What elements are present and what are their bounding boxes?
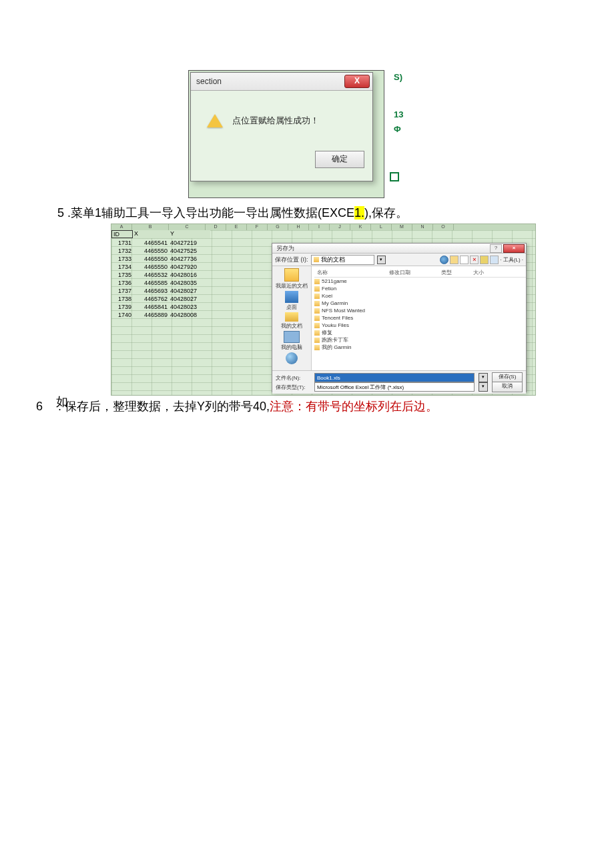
message-dialog: section X 点位置赋给属性成功！ 确定	[190, 72, 373, 181]
cell-id: 1733	[111, 255, 133, 263]
cell-id: 1731	[111, 239, 133, 247]
delete-icon[interactable]: ×	[470, 256, 479, 264]
table-row: 1733446555040427736	[111, 255, 210, 263]
list-item[interactable]: Fetion	[314, 285, 526, 292]
cell-id: 1735	[111, 271, 133, 279]
location-label: 保存位置 (I):	[275, 256, 308, 264]
annotation-s: S)	[394, 72, 402, 82]
cell-y: 40427920	[169, 263, 210, 271]
step-number: 5	[57, 206, 64, 220]
cell-id: 1736	[111, 279, 133, 287]
header-row: ID X Y	[111, 230, 210, 238]
col-type[interactable]: 类型	[438, 268, 471, 277]
chevron-down-icon[interactable]: ▾	[377, 256, 386, 264]
col-x: X	[133, 230, 168, 238]
annotation-phi: Φ	[394, 124, 401, 134]
cell-id: 1739	[111, 303, 133, 311]
step-number: 6	[36, 400, 55, 414]
folder-icon	[314, 330, 320, 336]
cell-y: 40427219	[169, 239, 210, 247]
list-item[interactable]: 5211game	[314, 278, 526, 285]
tools-menu[interactable]: · 工具(L) ·	[500, 256, 523, 264]
col-id: ID	[111, 230, 133, 238]
table-row: 1731446554140427219	[111, 239, 210, 247]
cell-x: 4465532	[133, 271, 169, 279]
col-name[interactable]: 名称	[314, 268, 386, 277]
list-item[interactable]: 跑跑卡丁车	[314, 336, 526, 344]
chevron-down-icon[interactable]: ▾	[479, 373, 488, 382]
cell-y: 40428008	[169, 311, 210, 319]
highlight: 1.	[354, 206, 364, 220]
search-icon[interactable]	[460, 256, 469, 264]
table-row: 1740446588940428008	[111, 311, 210, 319]
table-row: 1734446555040427920	[111, 263, 210, 271]
cell-y: 40427736	[169, 255, 210, 263]
col-date[interactable]: 修改日期	[386, 268, 438, 277]
list-item[interactable]: My Garmin	[314, 300, 526, 307]
location-combo[interactable]: 我的文档	[311, 255, 374, 265]
table-row: 1739446584140428023	[111, 303, 210, 311]
views-icon[interactable]	[490, 256, 499, 264]
dialog-title: section	[196, 77, 222, 86]
table-row: 1737446569340428027	[111, 287, 210, 295]
close-icon[interactable]: X	[344, 75, 370, 88]
up-folder-icon[interactable]	[450, 256, 458, 264]
cell-id: 1737	[111, 287, 133, 295]
globe-icon[interactable]	[440, 256, 448, 264]
shortcut-recent[interactable]: 我最近的文档	[276, 268, 308, 290]
cell-x: 4465550	[133, 247, 169, 255]
folder-icon	[314, 323, 320, 328]
dialog-titlebar: section X	[191, 73, 372, 91]
text-ru: 如	[56, 394, 68, 410]
cell-y: 40428027	[169, 287, 210, 295]
list-item[interactable]: 修复	[314, 329, 526, 336]
list-item[interactable]: Koei	[314, 292, 526, 300]
shortcut-mydocs[interactable]: 我的文档	[281, 312, 302, 330]
list-item[interactable]: Tencent Files	[314, 314, 526, 322]
shortcut-desktop[interactable]: 桌面	[285, 291, 298, 311]
cell-x: 4465541	[133, 239, 169, 247]
cell-x: 4465762	[133, 295, 169, 303]
folder-icon	[314, 338, 320, 343]
file-list-header: 名称 修改日期 类型 大小	[314, 268, 526, 278]
list-item[interactable]: NFS Most Wanted	[314, 307, 526, 314]
folder-icon	[314, 301, 320, 306]
network-icon	[286, 352, 298, 364]
save-location-row: 保存位置 (I): 我的文档 ▾ × · 工具(L) ·	[272, 254, 526, 266]
saveas-titlebar: 另存为 ? ×	[272, 244, 526, 254]
table-row: 1732446555040427525	[111, 247, 210, 255]
cell-x: 4465889	[133, 311, 169, 319]
places-bar: 我最近的文档 桌面 我的文档 我的电脑	[272, 266, 312, 370]
shortcut-network[interactable]	[286, 352, 298, 365]
cell-y: 40427525	[169, 247, 210, 255]
table-row: 1735446553240428016	[111, 271, 210, 279]
desktop-icon	[285, 291, 298, 303]
col-y: Y	[168, 230, 210, 238]
filetype-combo[interactable]: Microsoft Office Excel 工作簿 (*.xlsx)	[314, 382, 475, 392]
dialog-screenshot: section X 点位置赋给属性成功！ 确定	[188, 70, 384, 198]
chevron-down-icon[interactable]: ▾	[479, 382, 488, 392]
close-icon[interactable]: ×	[503, 244, 525, 253]
folder-icon	[314, 345, 320, 350]
ok-button[interactable]: 确定	[315, 151, 364, 168]
list-item[interactable]: Youku Files	[314, 322, 526, 329]
toolbar-icons: × · 工具(L) ·	[440, 256, 523, 264]
cell-y: 40428016	[169, 271, 210, 279]
save-as-dialog: 另存为 ? × 保存位置 (I): 我的文档 ▾ ×	[272, 243, 527, 392]
cancel-button[interactable]: 取消	[492, 382, 523, 392]
shortcut-mycomputer[interactable]: 我的电脑	[281, 331, 302, 351]
folder-icon	[285, 312, 298, 322]
col-size[interactable]: 大小	[471, 268, 503, 277]
folder-icon	[284, 268, 299, 282]
new-folder-icon[interactable]	[480, 256, 489, 264]
data-table: 1731446554140427219173244655504042752517…	[111, 239, 210, 319]
cell-y: 40428027	[169, 295, 210, 303]
list-item[interactable]: 我的 Garmin	[314, 344, 526, 351]
help-icon[interactable]: ?	[490, 244, 502, 253]
filename-input[interactable]: Book1.xls	[314, 373, 475, 382]
folder-icon	[314, 316, 320, 321]
folder-icon	[314, 308, 320, 314]
file-list[interactable]: 名称 修改日期 类型 大小 5211gameFetionKoeiMy Garmi…	[312, 266, 526, 370]
step-5-text: 5 .菜单1辅助工具一导入导出功能一导出属性数据(EXCE1.),保存。	[57, 205, 614, 221]
column-letters: ABC DEFGHIJKLMNO	[111, 224, 535, 230]
